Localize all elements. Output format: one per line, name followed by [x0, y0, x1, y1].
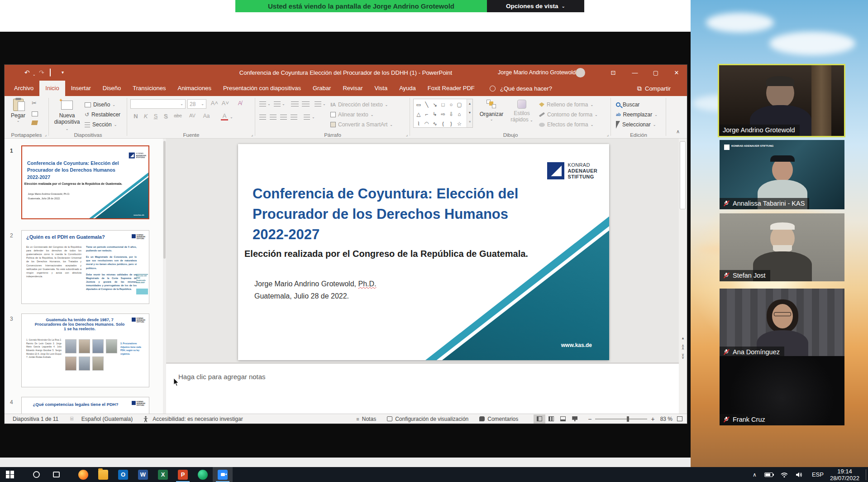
chevron-down-icon[interactable]: ⌄ — [282, 102, 285, 106]
slide-title[interactable]: Conferencia de Coyuntura: Elección del P… — [253, 183, 524, 245]
tray-chevron-icon[interactable]: ∧ — [749, 472, 760, 478]
clock[interactable]: 19:14 28/07/2022 — [830, 468, 864, 482]
thumbnail-scrollbar[interactable] — [163, 139, 166, 414]
dialog-launcher-icon[interactable]: ⌟ — [607, 132, 609, 137]
tab-transiciones[interactable]: Transiciones — [127, 81, 172, 96]
zoom-out-icon[interactable]: − — [588, 415, 591, 423]
shape-fill-button[interactable]: Relleno de forma⌄ — [539, 100, 593, 109]
shrink-font-icon[interactable]: A˅ — [221, 100, 230, 106]
taskbar-excel[interactable]: X — [153, 467, 173, 482]
tab-diseno[interactable]: Diseño — [97, 81, 127, 96]
shape-effects-button[interactable]: Efectos de forma⌄ — [539, 120, 593, 129]
replace-button[interactable]: ab Reemplazar⌄ — [616, 110, 658, 119]
shape-elbow-icon[interactable]: ⌐ — [423, 110, 431, 119]
zoom-in-icon[interactable]: + — [651, 415, 654, 423]
select-button[interactable]: Seleccionar⌄ — [616, 120, 656, 129]
grow-font-icon[interactable]: A˄ — [210, 100, 219, 106]
cut-icon[interactable]: ✂ — [32, 100, 37, 106]
arrange-button[interactable]: Organizar ⌄ — [477, 100, 506, 121]
zoom-slider-handle[interactable] — [627, 416, 629, 422]
scrollbar-thumb[interactable] — [163, 141, 166, 259]
shape-scribble-icon[interactable]: ⌇ — [415, 119, 423, 128]
align-left-icon[interactable] — [259, 113, 266, 121]
align-center-icon[interactable] — [270, 113, 277, 121]
find-button[interactable]: Buscar — [616, 100, 639, 109]
tab-presentacion[interactable]: Presentación con diapositivas — [217, 81, 307, 96]
scroll-up-icon[interactable]: ▴ — [679, 334, 687, 342]
dialog-launcher-icon[interactable]: ⌟ — [251, 132, 253, 137]
slide-author[interactable]: Jorge Mario Andrino Grotewold, Ph.D. — [254, 280, 376, 288]
font-name-combo[interactable]: ⌄ — [130, 99, 186, 109]
italic-button[interactable]: K — [141, 113, 150, 120]
shape-down-arrow-icon[interactable]: ⇩ — [447, 110, 455, 119]
slide-nav-buttons[interactable]: ▴ ∧∧ ∨∨ — [679, 334, 687, 359]
numbering-icon[interactable] — [274, 100, 281, 108]
slide-thumbnail-4[interactable]: KONRADADENAUERSTIFTUNG ¿Qué competencias… — [21, 397, 149, 414]
comments-button[interactable]: Comentarios — [479, 416, 518, 422]
tab-insertar[interactable]: Insertar — [65, 81, 97, 96]
speaker-icon[interactable] — [796, 472, 803, 478]
tab-revisar[interactable]: Revisar — [337, 81, 368, 96]
close-button[interactable]: ✕ — [666, 65, 687, 81]
slide-canvas[interactable]: KONRADADENAUERSTIFTUNG Conferencia de Co… — [238, 144, 609, 360]
search-button[interactable] — [26, 467, 46, 482]
slide-counter[interactable]: Diapositiva 1 de 11 — [13, 416, 58, 422]
bullets-icon[interactable] — [259, 100, 266, 108]
font-color-button[interactable]: A — [221, 112, 228, 120]
video-tile-ana[interactable]: Ana Domínguez — [720, 289, 844, 358]
tab-animaciones[interactable]: Animaciones — [172, 81, 217, 96]
shape-rectangle-icon[interactable]: □ — [439, 100, 447, 109]
shape-right-arrow-icon[interactable]: ⇨ — [439, 110, 447, 119]
line-spacing-icon[interactable] — [315, 100, 321, 108]
shape-textbox-icon[interactable]: ▭ — [415, 100, 423, 109]
slide-date[interactable]: Guatemala, Julio 28 de 2022. — [254, 292, 349, 300]
tab-foxit[interactable]: Foxit Reader PDF — [422, 81, 481, 96]
title-bar[interactable]: ↶ ⌄ ↷ ▾ Conferencia de Coyuntura Elecció… — [5, 65, 687, 81]
fit-to-window-icon[interactable] — [677, 416, 682, 421]
tab-vista[interactable]: Vista — [368, 81, 393, 96]
format-painter-icon[interactable] — [31, 120, 38, 125]
shape-oval-icon[interactable]: ○ — [447, 100, 455, 109]
zoom-level[interactable]: 83 % — [660, 416, 672, 422]
text-direction-button[interactable]: ‖A Dirección del texto⌄ — [330, 100, 388, 109]
tab-inicio[interactable]: Inicio — [39, 81, 65, 96]
tab-archivo[interactable]: Archivo — [8, 81, 39, 96]
ribbon-display-options-icon[interactable]: ⊡ — [603, 65, 624, 81]
slide-subtitle[interactable]: Elección realizada por el Congreso de la… — [244, 248, 529, 260]
maximize-button[interactable]: ▢ — [645, 65, 666, 81]
taskbar-word[interactable]: W — [133, 467, 153, 482]
share-button[interactable]: ⧉ Compartir — [637, 81, 671, 96]
tab-ayuda[interactable]: Ayuda — [393, 81, 422, 96]
slide-thumbnail-3[interactable]: KONRADADENAUERSTIFTUNG Guatemala ha teni… — [21, 313, 149, 387]
shape-curve-icon[interactable]: ∿ — [431, 119, 439, 128]
shape-line-icon[interactable]: ╲ — [423, 100, 431, 109]
shape-arc-icon[interactable]: ◠ — [423, 119, 431, 128]
layout-button[interactable]: Diseño⌄ — [85, 100, 115, 109]
tab-grabar[interactable]: Grabar — [307, 81, 337, 96]
normal-view-button[interactable] — [534, 415, 545, 424]
video-tile-jorge[interactable]: Jorge Andrino Grotewold — [718, 64, 845, 137]
align-right-icon[interactable] — [280, 113, 287, 121]
proofing-icon[interactable]: ⌹ — [70, 416, 73, 422]
chevron-down-icon[interactable]: ⌄ — [312, 115, 315, 119]
new-slide-button[interactable]: Nueva diapositiva ⌄ — [52, 99, 82, 132]
smartart-button[interactable]: Convertir a SmartArt⌄ — [330, 120, 393, 129]
notes-toggle[interactable]: ≡ Notas — [356, 416, 376, 422]
paste-button[interactable]: Pegar ⌄ — [8, 99, 28, 123]
copy-icon[interactable] — [32, 110, 38, 118]
notes-placeholder[interactable]: Haga clic para agregar notas — [178, 373, 266, 381]
chevron-down-icon[interactable]: ⌄ — [230, 115, 233, 119]
accessibility-status[interactable]: Accesibilidad: es necesario investigar — [153, 416, 243, 422]
gallery-scroll[interactable]: ▲▼≡ — [467, 99, 472, 127]
increase-indent-icon[interactable] — [302, 100, 310, 108]
battery-icon[interactable] — [764, 472, 773, 477]
decrease-indent-icon[interactable] — [291, 100, 299, 108]
slide-scrollbar[interactable]: ▴ ∧∧ ∨∨ — [679, 139, 687, 414]
slide-thumbnail-1[interactable]: KONRADADENAUERSTIFTUNG Conferencia de Co… — [21, 145, 149, 219]
align-text-button[interactable]: Alinear texto⌄ — [330, 110, 373, 119]
slide-sorter-view-button[interactable] — [545, 415, 557, 424]
display-settings-button[interactable]: Configuración de visualización — [387, 416, 468, 422]
shape-brace-right-icon[interactable]: } — [447, 119, 455, 128]
shape-outline-button[interactable]: Contorno de forma⌄ — [539, 110, 598, 119]
video-tile-annalissa[interactable]: KONRAD ADENAUER STIFTUNG Annalissa Tabar… — [720, 140, 844, 209]
